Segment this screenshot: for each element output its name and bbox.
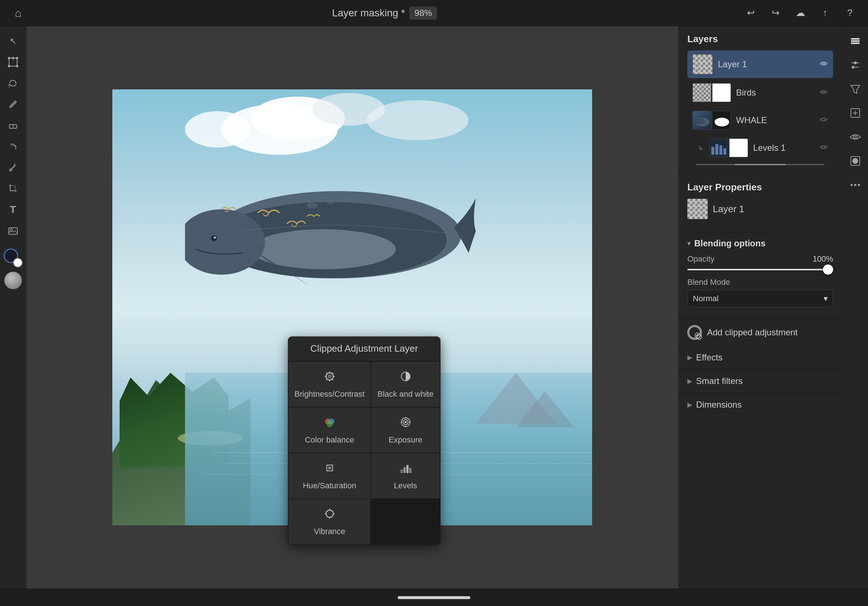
help-button[interactable]: ? <box>842 5 858 21</box>
opacity-slider-thumb[interactable] <box>823 264 833 275</box>
svg-point-47 <box>822 146 825 148</box>
blend-mode-select[interactable]: Normal ▾ <box>687 290 833 308</box>
home-button[interactable]: ⌂ <box>10 5 26 21</box>
add-layer-button[interactable] <box>846 104 864 122</box>
blending-options-header[interactable]: ▾ Blending options <box>687 238 833 249</box>
canvas-area[interactable]: Clipped Adjustment Layer <box>26 26 678 589</box>
svg-point-48 <box>689 327 701 338</box>
lasso-tool[interactable] <box>4 74 22 92</box>
vibrance-item[interactable]: Vibrance <box>288 499 370 544</box>
eyedropper-tool[interactable] <box>4 158 22 176</box>
svg-point-6 <box>9 84 10 85</box>
blend-mode-label: Blend Mode <box>687 278 833 287</box>
whale-thumbs <box>693 111 731 130</box>
share-button[interactable]: ↑ <box>817 5 833 21</box>
layers-panel-button[interactable] <box>846 32 864 50</box>
whale-image <box>185 169 476 308</box>
prop-layer-item: Layer 1 <box>687 199 833 219</box>
layer-item-layer1[interactable]: Layer 1 <box>687 51 833 78</box>
more-button[interactable] <box>846 176 864 194</box>
visibility-button[interactable] <box>846 128 864 146</box>
top-bar-left: ⌂ <box>10 5 26 21</box>
whale-visibility[interactable] <box>819 116 828 125</box>
dimensions-caret: ▶ <box>687 401 693 409</box>
add-clipped-label: Add clipped adjustment <box>707 327 798 337</box>
svg-point-21 <box>345 198 352 202</box>
smart-filters-header: ▶ Smart filters <box>687 376 833 386</box>
cloud-3 <box>185 111 250 147</box>
effects-caret: ▶ <box>687 354 693 362</box>
zoom-level[interactable]: 98% <box>409 6 437 20</box>
hue-saturation-item[interactable]: Hue/Saturation <box>288 453 370 498</box>
eraser-tool[interactable] <box>4 116 22 134</box>
document-title: Layer masking * <box>332 7 405 19</box>
svg-rect-35 <box>406 465 409 473</box>
redo-button[interactable]: ↪ <box>768 5 784 21</box>
svg-rect-3 <box>16 57 18 59</box>
svg-rect-36 <box>409 468 411 473</box>
svg-rect-33 <box>401 469 403 473</box>
brush-tool[interactable] <box>4 95 22 113</box>
svg-point-69 <box>854 184 856 186</box>
hue-saturation-label: Hue/Saturation <box>303 481 356 490</box>
levels-label: Levels <box>394 481 417 490</box>
svg-rect-11 <box>9 228 17 234</box>
transform-tool[interactable] <box>4 53 22 71</box>
black-and-white-item[interactable]: Black and white <box>371 362 440 407</box>
popup-grid: Brightness/Contrast Black and white <box>288 361 440 545</box>
levels1-name: Levels 1 <box>753 143 814 153</box>
top-bar-center: Layer masking * 98% <box>332 6 437 20</box>
mask-button[interactable] <box>846 152 864 170</box>
dimensions-section[interactable]: ▶ Dimensions <box>679 393 842 417</box>
color-picker-circle[interactable] <box>5 272 22 289</box>
effects-section[interactable]: ▶ Effects <box>679 346 842 369</box>
whale-name: WHALE <box>736 115 814 125</box>
gallery-tool[interactable] <box>4 222 22 240</box>
adjustment-popup: Clipped Adjustment Layer <box>288 336 440 545</box>
birds-visibility[interactable] <box>819 89 828 97</box>
crop-tool[interactable] <box>4 179 22 198</box>
black-and-white-label: Black and white <box>378 390 434 399</box>
move-tool[interactable]: ↖ <box>4 32 22 50</box>
exposure-icon <box>399 416 412 431</box>
undo-button[interactable]: ↩ <box>743 5 759 21</box>
svg-point-65 <box>854 136 856 138</box>
svg-rect-32 <box>328 467 331 469</box>
svg-rect-34 <box>403 467 406 473</box>
adjustments-panel-button[interactable] <box>846 56 864 74</box>
blend-mode-chevron: ▾ <box>824 294 828 303</box>
prop-layer-thumb <box>687 199 708 219</box>
levels-item[interactable]: Levels <box>371 453 440 498</box>
exposure-item[interactable]: Exposure <box>371 408 440 453</box>
top-bar: ⌂ Layer masking * 98% ↩ ↪ ☁ ↑ ? <box>0 0 868 26</box>
color-balance-icon <box>323 416 336 431</box>
opacity-label: Opacity <box>687 254 715 264</box>
layer-item-whale[interactable]: WHALE <box>687 107 833 133</box>
top-bar-right: ↩ ↪ ☁ ↑ ? <box>743 5 858 21</box>
color-balance-item[interactable]: Color balance <box>288 408 370 453</box>
svg-point-27 <box>327 421 333 427</box>
color-swatch[interactable] <box>4 249 23 267</box>
svg-point-68 <box>851 184 853 186</box>
whale-thumb-main <box>693 111 711 130</box>
smudge-tool[interactable] <box>4 137 22 156</box>
svg-point-59 <box>852 66 854 69</box>
indent-indicator: ↳ <box>698 145 703 152</box>
right-panel: Layers Layer 1 <box>678 26 842 589</box>
levels1-visibility[interactable] <box>819 144 828 152</box>
layer-item-levels1[interactable]: ↳ Levels 1 <box>687 135 833 161</box>
cloud-5 <box>367 100 468 140</box>
filters-panel-button[interactable] <box>846 80 864 98</box>
add-clipped-adjustment-button[interactable]: Add clipped adjustment <box>679 319 842 346</box>
svg-marker-60 <box>851 85 860 93</box>
layer-item-birds[interactable]: Birds <box>687 80 833 106</box>
smart-filters-caret: ▶ <box>687 377 693 385</box>
svg-rect-0 <box>9 58 17 66</box>
text-tool[interactable]: T <box>4 201 22 219</box>
cloud-button[interactable]: ☁ <box>792 5 808 21</box>
smart-filters-section[interactable]: ▶ Smart filters <box>679 369 842 393</box>
opacity-slider[interactable] <box>687 269 833 270</box>
svg-point-70 <box>858 184 860 186</box>
brightness-contrast-item[interactable]: Brightness/Contrast <box>288 362 370 407</box>
layer1-visibility[interactable] <box>819 60 828 69</box>
